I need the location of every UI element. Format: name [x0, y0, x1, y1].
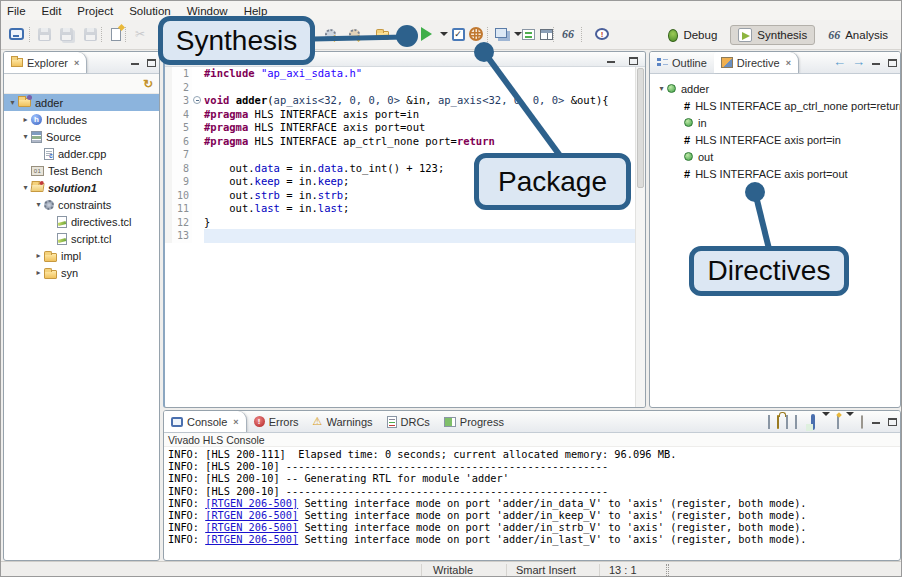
explorer-tab-close-icon[interactable]: ×: [74, 58, 79, 68]
toolbar-button-open-report-icon[interactable]: [373, 25, 391, 43]
tree-open-arrow-icon[interactable]: ▾: [20, 183, 31, 192]
editor-minimize-button[interactable]: [603, 57, 619, 63]
console-minimize-button[interactable]: [868, 413, 884, 432]
directive-maximize-button[interactable]: [884, 54, 900, 73]
tree-item-solution1[interactable]: ▾solution1: [4, 179, 159, 196]
tree-item-impl[interactable]: ▸impl: [4, 247, 159, 264]
tree-item-source[interactable]: ▾Source: [4, 128, 159, 145]
toolbar-button-show-console-icon[interactable]: [519, 25, 537, 43]
console-tab-console[interactable]: Console×: [164, 411, 247, 432]
console-log[interactable]: INFO: [HLS 200-111] Elapsed time: 0 seco…: [164, 447, 900, 546]
directive-item-hls-interface-ap-ctrl-none-port-return[interactable]: #HLS INTERFACE ap_ctrl_none port=return: [650, 97, 900, 114]
directive-item-out[interactable]: out: [650, 148, 900, 165]
tree-closed-arrow-icon[interactable]: ▸: [33, 268, 44, 277]
code-line-2[interactable]: 2: [165, 81, 645, 95]
synthesis-perspective-button[interactable]: Synthesis: [730, 25, 815, 45]
window-layout-icon: [540, 29, 553, 40]
editor-scrollbar[interactable]: [635, 67, 645, 408]
menu-window[interactable]: Window: [187, 5, 228, 17]
console-tab-drcs[interactable]: DRCs: [380, 411, 437, 432]
debug-perspective-button[interactable]: Debug: [661, 27, 724, 44]
tree-open-arrow-icon[interactable]: ▾: [20, 132, 31, 141]
tree-closed-arrow-icon[interactable]: ▸: [20, 115, 31, 124]
console-maximize-button[interactable]: [884, 413, 900, 432]
console-toolbar-clear-console-icon[interactable]: [861, 416, 863, 428]
tree-item-adder[interactable]: ▾adder: [4, 94, 159, 111]
console-toolbar-display-console-dropdown-icon[interactable]: [822, 416, 830, 428]
directive-item-hls-interface-axis-port-in[interactable]: #HLS INTERFACE axis port=in: [650, 131, 900, 148]
tree-item-constraints[interactable]: ▾constraints: [4, 196, 159, 213]
console-toolbar-remove-launch-icon[interactable]: [768, 416, 770, 428]
tree-item-test-bench[interactable]: 01Test Bench: [4, 162, 159, 179]
editor-scrollbar-thumb[interactable]: [637, 68, 644, 188]
toolbar-button-new-project-icon[interactable]: [7, 25, 25, 43]
toolbar-button-export-rtl-package-icon[interactable]: [467, 25, 485, 43]
directive-tab-close-icon[interactable]: ×: [786, 58, 791, 68]
menu-project[interactable]: Project: [77, 5, 113, 17]
console-message-link[interactable]: [RTGEN 206-500]: [205, 509, 298, 521]
outline-tab[interactable]: Outline: [650, 52, 714, 73]
console-tab-close-icon[interactable]: ×: [233, 417, 238, 427]
menu-edit[interactable]: Edit: [42, 5, 62, 17]
tree-open-arrow-icon[interactable]: ▾: [7, 98, 18, 107]
toolbar-button-cut-icon[interactable]: ✂: [131, 25, 149, 43]
tree-closed-arrow-icon[interactable]: ▸: [33, 251, 44, 260]
tree-item-adder-cpp[interactable]: cadder.cpp: [4, 145, 159, 162]
console-toolbar-open-console-icon[interactable]: [837, 416, 839, 428]
console-toolbar-clear-on-launch-icon[interactable]: [795, 416, 797, 428]
explorer-maximize-button[interactable]: [143, 54, 159, 73]
toolbar-button-save-icon[interactable]: [35, 25, 53, 43]
directive-item-hls-interface-axis-port-out[interactable]: #HLS INTERFACE axis port=out: [650, 165, 900, 182]
toolbar-button-run-c-synthesis-button[interactable]: [417, 25, 435, 43]
directive-minimize-button[interactable]: [868, 54, 884, 73]
code-line-13[interactable]: 13: [165, 229, 645, 243]
console-tab-errors[interactable]: !Errors: [247, 411, 306, 432]
toolbar-button-window-layout-icon[interactable]: [537, 25, 555, 43]
editor-maximize-button[interactable]: [625, 56, 641, 65]
toolbar-button-run-flow-icon[interactable]: [345, 25, 363, 43]
forward-arrow-icon[interactable]: →: [849, 54, 868, 73]
toolbar-button-run-c-simulation-icon[interactable]: ✓: [449, 25, 467, 43]
tree-item-syn[interactable]: ▸syn: [4, 264, 159, 281]
console-toolbar-scroll-lock-icon[interactable]: [777, 416, 779, 428]
code-line-3[interactable]: 3void adder(ap_axis<32, 0, 0, 0> &in, ap…: [165, 94, 645, 108]
toolbar-button-save-as-icon[interactable]: [81, 25, 99, 43]
tree-item-directives-tcl[interactable]: directives.tcl: [4, 213, 159, 230]
code-line-6[interactable]: 6#pragma HLS INTERFACE ap_ctrl_none port…: [165, 135, 645, 149]
toolbar-button-new-file-icon[interactable]: [107, 25, 125, 43]
menu-help[interactable]: Help: [244, 5, 268, 17]
console-message-link[interactable]: [RTGEN 206-500]: [205, 533, 298, 545]
console-message-link[interactable]: [RTGEN 206-500]: [205, 497, 298, 509]
tree-item-includes[interactable]: ▸hIncludes: [4, 111, 159, 128]
console-message-link[interactable]: [RTGEN 206-500]: [205, 521, 298, 533]
directive-item-adder[interactable]: ▾adder: [650, 80, 900, 97]
console-toolbar-open-console-dropdown-icon[interactable]: [846, 416, 854, 428]
console-tab-progress[interactable]: Progress: [437, 411, 511, 432]
menu-file[interactable]: File: [7, 5, 26, 17]
tree-open-arrow-icon[interactable]: ▾: [33, 200, 44, 209]
code-line-5[interactable]: 5#pragma HLS INTERFACE axis port=out: [165, 121, 645, 135]
cut-icon: ✂: [135, 27, 145, 41]
tree-open-arrow-icon[interactable]: ▾: [656, 84, 667, 93]
toolbar-button-project-settings-icon[interactable]: [321, 25, 339, 43]
refresh-sync-icon[interactable]: ↻: [143, 77, 153, 91]
console-toolbar-show-when-output-icon[interactable]: [786, 416, 788, 428]
directive-item-in[interactable]: in: [650, 114, 900, 131]
console-line-8: INFO: [RTGEN 206-500] Setting interface …: [168, 533, 900, 545]
directive-tab[interactable]: Directive ×: [714, 52, 799, 73]
back-arrow-icon[interactable]: ←: [830, 54, 849, 73]
menu-solution[interactable]: Solution: [129, 5, 171, 17]
tree-item-script-tcl[interactable]: script.tcl: [4, 230, 159, 247]
analysis-perspective-button[interactable]: 66 Analysis: [821, 26, 895, 45]
console-tab-warnings[interactable]: ⚠Warnings: [306, 411, 380, 432]
toolbar-button-save-all-icon[interactable]: [57, 25, 75, 43]
explorer-minimize-button[interactable]: [127, 54, 143, 73]
code-line-1[interactable]: 1#include "ap_axi_sdata.h": [165, 67, 645, 81]
fold-gutter: [192, 94, 204, 108]
explorer-tab[interactable]: Explorer ×: [4, 52, 87, 73]
toolbar-button-help-bubble-icon[interactable]: !: [593, 25, 611, 43]
code-line-12[interactable]: 12}: [165, 216, 645, 230]
toolbar-button-analysis-viewer-icon[interactable]: 66: [559, 25, 577, 43]
fold-collapse-icon[interactable]: [193, 96, 201, 104]
code-line-4[interactable]: 4#pragma HLS INTERFACE axis port=in: [165, 108, 645, 122]
